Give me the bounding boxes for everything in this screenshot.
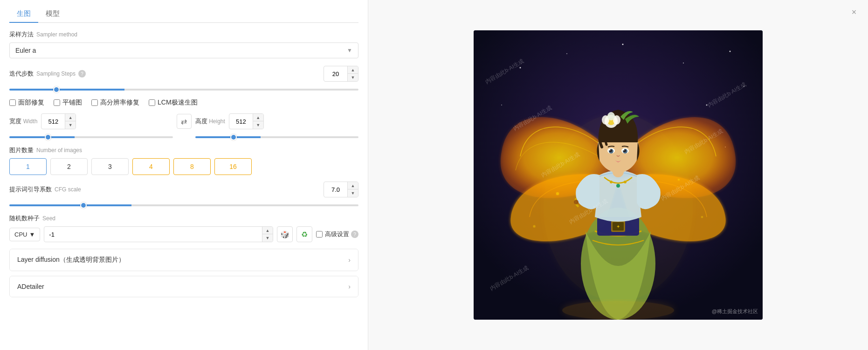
cfg-spin: ▲ ▼ [347,182,358,197]
count-8-button[interactable]: 8 [173,158,211,175]
recycle-seed-button[interactable]: ♻ [296,226,312,242]
count-1-button[interactable]: 1 [9,158,47,175]
svg-point-38 [533,225,536,228]
seed-input[interactable] [44,228,262,241]
width-value[interactable] [41,116,65,127]
width-slider[interactable] [9,136,173,138]
width-slider-container [9,132,173,140]
sampler-label: 采样方法 Sampler method [9,30,358,39]
svg-point-8 [706,105,708,106]
wh-row: 宽度 Width ▲ ▼ ⇄ 高度 Height [9,113,358,129]
cfg-down[interactable]: ▼ [348,189,358,197]
layer-diffusion-accordion[interactable]: Layer diffusion（生成透明背景图片） › [9,249,358,271]
width-group: 宽度 Width ▲ ▼ [9,113,173,129]
close-button[interactable]: × [847,6,861,19]
left-panel: 生图 模型 采样方法 Sampler method Euler a ▼ 迭代步数… [0,0,368,350]
tab-bar: 生图 模型 [9,6,358,23]
sampler-dropdown[interactable]: Euler a ▼ [9,42,358,58]
advanced-label: 高级设置 ? [325,230,358,238]
cfg-slider-container [9,200,358,208]
count-16-button[interactable]: 16 [214,158,252,175]
steps-slider[interactable] [9,89,358,91]
seed-input-box[interactable]: ▲ ▼ [44,226,273,242]
random-seed-button[interactable]: 🎲 [277,226,293,242]
svg-point-39 [701,216,703,218]
right-panel: × [368,0,868,350]
steps-value[interactable] [324,69,347,79]
height-group: 高度 Height ▲ ▼ [195,113,359,129]
adetailer-header[interactable]: ADetailer › [10,276,358,297]
chevron-right-icon: › [348,256,351,264]
checkboxes-row: 面部修复 平铺图 高分辨率修复 LCM极速生图 [9,98,358,107]
cfg-up[interactable]: ▲ [348,182,358,189]
seed-up[interactable]: ▲ [262,227,273,234]
cfg-slider[interactable] [9,204,358,206]
width-down[interactable]: ▼ [65,121,76,129]
chevron-down-icon: ▼ [347,47,352,54]
chevron-right-icon: › [348,283,351,290]
svg-point-6 [744,86,744,87]
advanced-help-icon[interactable]: ? [351,231,358,238]
steps-input[interactable]: ▲ ▼ [324,66,358,82]
tab-moxing[interactable]: 模型 [38,6,67,23]
swap-button[interactable]: ⇄ [177,114,192,129]
height-down[interactable]: ▼ [253,121,263,129]
height-spin: ▲ ▼ [253,114,263,129]
height-slider-container [195,132,359,140]
chevron-down-icon: ▼ [29,231,35,238]
image-placeholder: ✦ [474,30,763,320]
svg-point-4 [683,63,684,63]
count-4-button[interactable]: 4 [132,158,170,175]
img-count-label: 图片数量 Number of images [9,146,358,154]
height-value[interactable] [229,116,253,127]
advanced-checkbox[interactable]: 高级设置 ? [316,230,358,238]
steps-help-icon[interactable]: ? [78,70,86,77]
layer-diffusion-header[interactable]: Layer diffusion（生成透明背景图片） › [10,249,358,271]
tile-checkbox[interactable] [54,99,60,106]
steps-spin: ▲ ▼ [347,66,358,81]
cfg-row: 提示词引导系数 CFG scale ▲ ▼ [9,182,358,197]
seed-device-dropdown[interactable]: CPU ▼ [9,228,40,241]
face-fix-checkbox[interactable] [9,99,16,106]
svg-point-34 [562,301,674,320]
checkbox-face-fix[interactable]: 面部修复 [9,98,44,107]
svg-point-37 [678,179,680,181]
steps-slider-container [9,84,358,92]
seed-row: CPU ▼ ▲ ▼ 🎲 ♻ 高级设置 ? [9,226,358,242]
height-label: 高度 Height [195,117,225,126]
tab-shengtu[interactable]: 生图 [9,6,38,23]
adetailer-accordion[interactable]: ADetailer › [9,276,358,297]
img-count-row: 1 2 3 4 8 16 [9,158,358,175]
width-up[interactable]: ▲ [65,114,76,121]
height-input[interactable]: ▲ ▼ [229,113,264,129]
count-2-button[interactable]: 2 [50,158,88,175]
checkbox-tile[interactable]: 平铺图 [54,98,82,107]
svg-point-1 [520,67,521,69]
steps-down[interactable]: ▼ [348,74,358,81]
wh-sliders [9,132,358,140]
seed-down[interactable]: ▼ [262,234,273,242]
width-input[interactable]: ▲ ▼ [41,113,76,129]
svg-point-3 [622,44,624,45]
steps-up[interactable]: ▲ [348,66,358,74]
svg-point-5 [730,51,731,52]
cfg-label: 提示词引导系数 CFG scale [9,185,81,194]
height-slider[interactable] [195,136,359,138]
width-spin: ▲ ▼ [65,114,76,129]
hires-checkbox[interactable] [91,99,98,106]
corner-text: @稀土掘金技术社区 [712,308,758,315]
svg-point-35 [544,114,693,301]
lcm-checkbox[interactable] [149,99,155,106]
seed-label: 随机数种子 Seed [9,214,358,223]
cfg-value[interactable] [324,184,347,195]
checkbox-hires[interactable]: 高分辨率修复 [91,98,139,107]
advanced-checkbox-input[interactable] [316,231,323,238]
checkbox-lcm[interactable]: LCM极速生图 [149,98,198,107]
cfg-input[interactable]: ▲ ▼ [324,182,358,197]
count-3-button[interactable]: 3 [91,158,129,175]
svg-point-7 [501,105,502,105]
seed-spin: ▲ ▼ [262,227,273,242]
height-up[interactable]: ▲ [253,114,263,121]
steps-label: 迭代步数 Sampling Steps ? [9,70,86,78]
width-label: 宽度 Width [9,117,37,126]
